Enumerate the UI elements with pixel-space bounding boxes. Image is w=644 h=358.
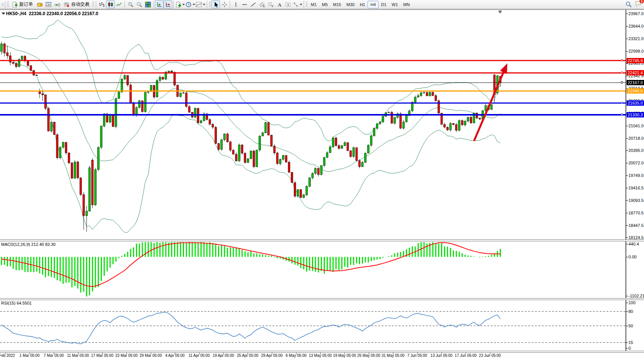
svg-text:T: T bbox=[287, 3, 289, 6]
toolbar-separator bbox=[173, 1, 174, 8]
price-axis-tick-label: 21041.0 bbox=[628, 124, 644, 128]
crosshair-tool-button[interactable] bbox=[220, 0, 229, 8]
timeframe-button-m15[interactable]: M15 bbox=[331, 1, 344, 8]
one-click-trading-arrow[interactable] bbox=[2, 13, 5, 15]
candlestick-chart-button[interactable] bbox=[106, 0, 115, 8]
rsi-line bbox=[2, 312, 501, 344]
fibonacci-tool[interactable]: F bbox=[266, 0, 275, 8]
hline-handle-21635.0[interactable] bbox=[621, 102, 623, 104]
vertical-line-tool[interactable] bbox=[231, 0, 240, 8]
auto-scroll-button[interactable] bbox=[155, 0, 164, 8]
macd-axis-tick bbox=[626, 296, 628, 296]
rsi-axis-tick bbox=[626, 326, 628, 326]
price-axis-tick bbox=[626, 138, 628, 139]
price-axis-tick-label: 20395.0 bbox=[628, 148, 644, 153]
price-badge-21635.0: 21635.0 bbox=[627, 100, 644, 106]
chart-title: HK50-,H4 22336.0 22340.0 22056.0 22167.0 bbox=[6, 11, 98, 16]
trend-arrow-head[interactable] bbox=[500, 62, 511, 74]
indicators-dropdown[interactable] bbox=[195, 0, 206, 8]
macd-label: MACD(12,26,9) 212.40 83.30 bbox=[1, 242, 56, 247]
signal-icon bbox=[54, 2, 60, 8]
price-axis-tick-label: 20072.0 bbox=[628, 161, 644, 165]
horizontal-line-icon bbox=[242, 2, 248, 8]
trend-arrow-line[interactable] bbox=[474, 69, 505, 141]
chart-top-border bbox=[0, 9, 644, 10]
toolbar-separator bbox=[304, 1, 304, 8]
wallet-button[interactable] bbox=[35, 0, 44, 8]
time-axis-label: 23 Jun 05:00 bbox=[475, 353, 505, 358]
price-axis-tick bbox=[626, 76, 628, 76]
signal-button[interactable] bbox=[53, 0, 61, 8]
toolbar-separator bbox=[5, 1, 5, 8]
macd-pane-canvas[interactable] bbox=[0, 241, 644, 298]
equidistant-channel-tool[interactable]: E bbox=[257, 0, 266, 8]
bar-chart-icon bbox=[99, 2, 105, 8]
cut-toolbar-icon bbox=[1, 0, 4, 8]
pane-divider[interactable] bbox=[0, 239, 644, 241]
line-chart-button[interactable] bbox=[115, 0, 123, 8]
indicators-icon bbox=[196, 2, 202, 8]
price-badge-22421.4: 22421.4 bbox=[627, 70, 644, 75]
timeframe-button-h4[interactable]: H4 bbox=[368, 1, 378, 8]
timeframe-button-w1[interactable]: W1 bbox=[389, 1, 401, 8]
timeframe-toolbar: M1M5M15M30H1H4D1W1MN bbox=[308, 1, 412, 8]
pane-divider bbox=[0, 351, 644, 353]
timeframe-button-d1[interactable]: D1 bbox=[379, 1, 389, 8]
toolbar-grip bbox=[209, 2, 211, 8]
price-axis-tick-label: 22998.0 bbox=[628, 49, 644, 53]
chart-shift-button[interactable] bbox=[164, 0, 172, 8]
search-icon[interactable] bbox=[625, 1, 632, 8]
autotrading-button[interactable]: 自动交易 bbox=[61, 0, 92, 8]
toolbar-separator bbox=[96, 1, 96, 8]
price-axis-tick-label: 18124.5 bbox=[628, 235, 644, 240]
chevron-down-icon bbox=[203, 4, 205, 5]
zoom-out-button[interactable] bbox=[135, 0, 143, 8]
tile-windows-button[interactable] bbox=[143, 0, 152, 8]
text-label-tool[interactable]: T bbox=[284, 0, 292, 8]
bollinger-upper bbox=[2, 20, 501, 141]
macd-axis-tick bbox=[626, 244, 628, 244]
price-axis-tick bbox=[626, 163, 628, 163]
price-axis-tick-label: 19093.5 bbox=[628, 198, 644, 203]
chart-window-icon bbox=[45, 2, 51, 8]
chevron-down-icon bbox=[300, 4, 302, 5]
main-chart-canvas[interactable] bbox=[0, 10, 644, 239]
chart-window-button[interactable] bbox=[44, 0, 53, 8]
cursor-icon bbox=[213, 2, 219, 8]
horizontal-line-tool[interactable] bbox=[240, 0, 249, 8]
zoom-in-button[interactable] bbox=[126, 0, 135, 8]
hline-handle-22421.4[interactable] bbox=[621, 72, 623, 73]
hline-handle-22745.9[interactable] bbox=[621, 59, 623, 61]
toolbar-separator bbox=[230, 1, 230, 8]
hline-handle-21949.6[interactable] bbox=[621, 90, 623, 92]
bar-chart-button[interactable] bbox=[97, 0, 106, 8]
hline-handle-22167.0[interactable] bbox=[621, 81, 623, 83]
rsi-axis-tick bbox=[626, 342, 628, 343]
new-order-button[interactable]: 新订单 bbox=[9, 0, 35, 8]
timeframe-button-m5[interactable]: M5 bbox=[319, 1, 330, 8]
rsi-pane-canvas[interactable] bbox=[0, 300, 644, 351]
price-axis-tick-label: 23967.0 bbox=[628, 11, 644, 16]
pane-divider[interactable] bbox=[0, 298, 644, 300]
price-axis-tick-label: 20718.0 bbox=[628, 136, 644, 141]
text-tool[interactable]: A bbox=[275, 0, 284, 8]
arrows-icon bbox=[293, 2, 299, 8]
hline-handle-21330.3[interactable] bbox=[621, 114, 623, 116]
cursor-tool-button[interactable] bbox=[211, 0, 220, 8]
timeframe-button-m30[interactable]: M30 bbox=[344, 1, 357, 8]
svg-text:E: E bbox=[263, 5, 265, 8]
new-chart-dropdown[interactable] bbox=[175, 0, 185, 8]
trendline-tool[interactable] bbox=[249, 0, 257, 8]
arrows-dropdown[interactable] bbox=[292, 0, 303, 8]
price-axis-tick bbox=[626, 188, 628, 188]
timeframe-button-mn[interactable]: MN bbox=[401, 1, 412, 8]
price-axis-line bbox=[626, 10, 626, 353]
timeframe-button-h1[interactable]: H1 bbox=[357, 1, 368, 8]
chart-shift-marker[interactable] bbox=[498, 11, 502, 14]
timeframe-button-m1[interactable]: M1 bbox=[308, 1, 319, 8]
svg-text:A: A bbox=[278, 2, 281, 7]
chat-button[interactable]: 1 bbox=[635, 0, 642, 8]
periods-dropdown[interactable] bbox=[185, 0, 195, 8]
price-axis-tick bbox=[626, 51, 628, 52]
price-axis-tick bbox=[626, 238, 628, 238]
